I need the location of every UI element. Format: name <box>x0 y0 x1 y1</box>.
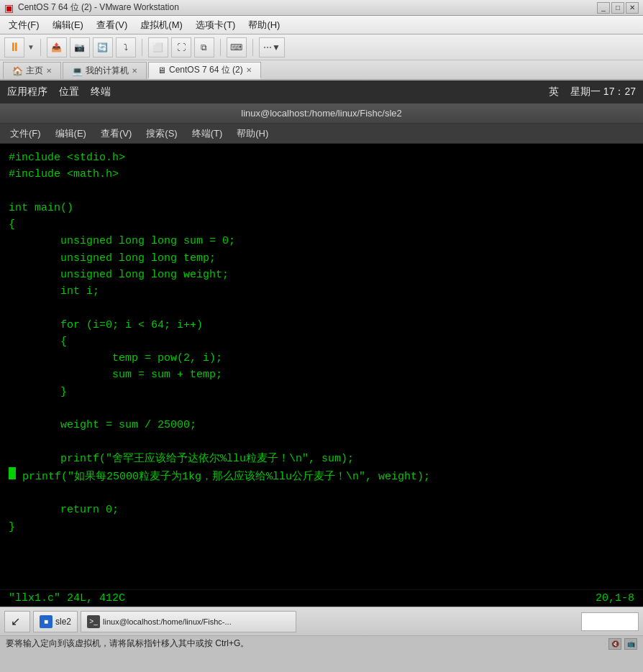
code-line-11: for (i=0; i < 64; i++) <box>9 317 634 333</box>
vim-status-left: "llx1.c" 24L, 412C <box>9 592 125 604</box>
toolbar-unity-button[interactable]: ⧉ <box>194 37 214 57</box>
code-line-16 <box>9 400 634 417</box>
code-line-17: weight = sum / 25000; <box>9 417 634 433</box>
code-text: temp = pow(2, i); <box>9 350 222 367</box>
window-controls: _ □ ✕ <box>597 2 639 14</box>
terminal-menu-view[interactable]: 查看(V) <box>96 126 136 142</box>
code-text <box>9 317 60 333</box>
terminal-menu-help[interactable]: 帮助(H) <box>232 126 273 142</box>
code-blank <box>9 300 15 316</box>
terminal-icon: >_ <box>87 615 100 628</box>
tab-home-icon: 🏠 <box>12 66 23 76</box>
vmware-titlebar: ▣ CentOS 7 64 位 (2) - VMware Workstation… <box>0 0 643 16</box>
code-line-6: unsigned long long sum = 0; <box>9 233 634 249</box>
code-kw-int: int <box>60 283 80 300</box>
toolbar-divider-1 <box>40 39 41 56</box>
taskbar-sle2-btn[interactable]: ■ sle2 <box>33 611 78 632</box>
code-line-20: printf("如果每25000粒麦子为1kg，那么应该给%llu公斤麦子！\n… <box>9 467 634 485</box>
tab-mycomputer[interactable]: 💻 我的计算机 ✕ <box>63 62 147 79</box>
code-line-21 <box>9 485 634 502</box>
toolbar-divider-4 <box>252 39 253 56</box>
status-message: 要将输入定向到该虚拟机，请将鼠标指针移入其中或按 Ctrl+G。 <box>6 638 249 650</box>
tab-mycomputer-icon: 💻 <box>72 66 83 76</box>
code-line-23: } <box>9 519 634 535</box>
tab-home-label: 主页 <box>26 65 43 77</box>
terminal-menubar: 文件(F) 编辑(E) 查看(V) 搜索(S) 终端(T) 帮助(H) <box>0 124 643 144</box>
tab-home[interactable]: 🏠 主页 ✕ <box>3 62 61 79</box>
status-msgbar: 要将输入定向到该虚拟机，请将鼠标指针移入其中或按 Ctrl+G。 🔇 📺 <box>0 635 643 651</box>
code-line-18 <box>9 433 634 450</box>
code-line-22: return 0; <box>9 502 634 518</box>
menu-view[interactable]: 查看(V) <box>91 17 133 33</box>
terminal-menu[interactable]: 终端 <box>91 86 111 98</box>
code-text: { <box>9 216 15 233</box>
terminal-menu-search[interactable]: 搜索(S) <box>142 126 181 142</box>
menu-edit[interactable]: 编辑(E) <box>47 17 89 33</box>
code-text: i; <box>80 283 99 300</box>
send-icon: 📤 <box>51 42 62 52</box>
terminal-menu-edit[interactable]: 编辑(E) <box>51 126 91 142</box>
toolbar-dropdown-icon[interactable]: ▼ <box>27 43 35 51</box>
apps-menu[interactable]: 应用程序 <box>7 86 47 98</box>
code-line-15: } <box>9 384 634 400</box>
tab-centos[interactable]: 🖥 CentOS 7 64 位 (2) ✕ <box>148 62 261 79</box>
code-area[interactable]: #include <stdio.h> #include <math.h> int… <box>0 144 643 589</box>
vim-statusbar: "llx1.c" 24L, 412C 20,1-8 <box>0 589 643 607</box>
tab-centos-close[interactable]: ✕ <box>246 66 252 74</box>
code-kw-return: return <box>60 502 99 518</box>
taskbar-input[interactable] <box>581 612 639 631</box>
menu-tabs[interactable]: 选项卡(T) <box>190 17 242 33</box>
toolbar-window-button[interactable]: ⬜ <box>148 37 168 57</box>
console-icon: ⌨ <box>230 42 242 52</box>
status-icons: 🔇 📺 <box>608 638 637 650</box>
terminal-titlebar: linux@localhost:/home/linux/Fishc/sle2 <box>0 103 643 124</box>
pause-icon: ⏸ <box>9 41 20 54</box>
toolbar-snapshot3-button[interactable]: ⤵ <box>116 37 136 57</box>
sle2-icon: ■ <box>40 615 53 628</box>
code-line-7: unsigned long long temp; <box>9 250 634 267</box>
code-text <box>9 267 60 283</box>
os-lang: 英 <box>549 86 559 98</box>
menu-vm[interactable]: 虚拟机(M) <box>134 17 188 33</box>
maximize-button[interactable]: □ <box>611 2 624 14</box>
menu-file[interactable]: 文件(F) <box>3 17 45 33</box>
code-text <box>9 283 60 300</box>
toolbar-console-button[interactable]: ⌨ <box>227 37 247 57</box>
code-text: #include <math.h> <box>9 166 119 183</box>
code-text: 0; <box>99 502 119 518</box>
toolbar-divider-2 <box>142 39 142 56</box>
toolbar-more-button[interactable]: ⋯▼ <box>259 37 285 57</box>
code-text: #include <stdio.h> <box>9 149 125 166</box>
code-text: { <box>9 333 67 350</box>
menu-help[interactable]: 帮助(H) <box>242 17 286 33</box>
taskbar-terminal-btn[interactable]: >_ linux@localhost:/home/linux/Fishc-... <box>81 611 296 632</box>
code-line-3 <box>9 183 634 200</box>
code-text: sum = 0; <box>177 233 235 249</box>
toolbar-snapshot2-button[interactable]: 🔄 <box>93 37 113 57</box>
toolbar-pause-button[interactable]: ⏸ <box>4 37 24 57</box>
code-keyword-int: int <box>9 200 28 216</box>
taskbar-terminal-label: linux@localhost:/home/linux/Fishc-... <box>103 617 232 626</box>
more-icon: ⋯▼ <box>263 42 281 52</box>
toolbar-snapshot-button[interactable]: 📷 <box>70 37 90 57</box>
tab-mycomputer-close[interactable]: ✕ <box>132 67 137 75</box>
snapshot-icon: 📷 <box>74 42 85 52</box>
code-line-9: int i; <box>9 283 634 300</box>
vmware-titlebar-text: CentOS 7 64 位 (2) - VMware Workstation <box>18 1 179 14</box>
code-line-8: unsigned long long weight; <box>9 267 634 283</box>
places-menu[interactable]: 位置 <box>59 86 79 98</box>
tab-bar: 🏠 主页 ✕ 💻 我的计算机 ✕ 🖥 CentOS 7 64 位 (2) ✕ <box>0 60 643 80</box>
taskbar-left-btn[interactable]: ↙ <box>4 611 30 632</box>
code-line-13: temp = pow(2, i); <box>9 350 634 367</box>
code-blank <box>9 433 15 450</box>
tab-home-close[interactable]: ✕ <box>46 67 52 75</box>
terminal-menu-file[interactable]: 文件(F) <box>6 126 45 142</box>
code-kw: unsigned long long <box>60 250 177 267</box>
toolbar-fullscreen-button[interactable]: ⛶ <box>171 37 191 57</box>
close-button[interactable]: ✕ <box>626 2 639 14</box>
vmware-icon: ▣ <box>4 2 14 14</box>
minimize-button[interactable]: _ <box>597 2 610 14</box>
terminal-menu-terminal[interactable]: 终端(T) <box>188 126 227 142</box>
code-text: printf("如果每25000粒麦子为1kg，那么应该给%llu公斤麦子！\n… <box>16 469 430 485</box>
toolbar-send-button[interactable]: 📤 <box>47 37 67 57</box>
